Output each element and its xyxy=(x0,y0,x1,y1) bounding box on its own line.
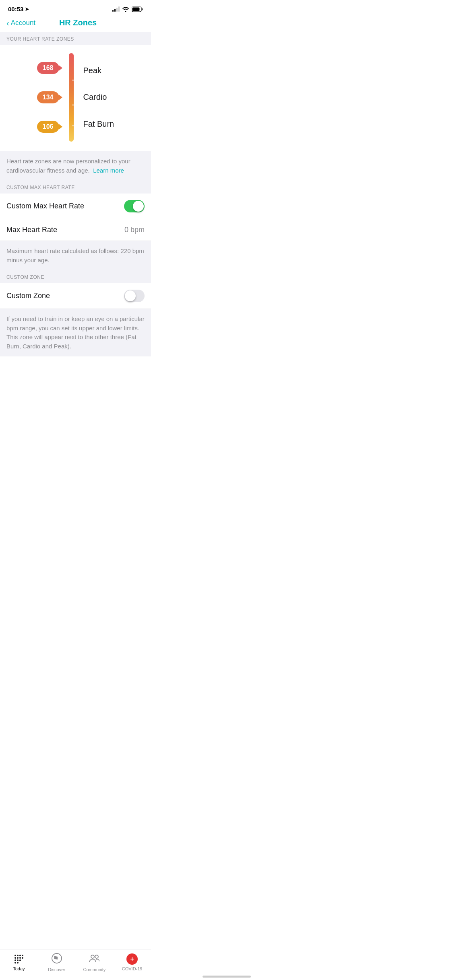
max-hr-description: Maximum heart rate calculated as follows… xyxy=(0,241,151,270)
max-hr-label: Max Heart Rate xyxy=(6,226,57,234)
zone-label-cardio: Cardio xyxy=(83,93,114,102)
custom-zone-description: If you need to train in or keep an eye o… xyxy=(0,309,151,356)
wifi-icon xyxy=(122,6,129,12)
signal-icon xyxy=(112,7,120,12)
page-title: HR Zones xyxy=(11,18,145,27)
bpm-badge-peak: 168 xyxy=(37,62,59,74)
custom-max-hr-label: Custom Max Heart Rate xyxy=(6,202,84,210)
peak-bpm-value: 168 xyxy=(37,62,59,74)
custom-max-hr-toggle[interactable] xyxy=(124,200,145,212)
hr-zones-section-header: YOUR HEART RATE ZONES xyxy=(0,32,151,45)
custom-zone-row: Custom Zone xyxy=(0,283,151,309)
hr-zones-info: Heart rate zones are now personalized to… xyxy=(0,151,151,181)
max-hr-value: 0 bpm xyxy=(124,226,145,234)
toggle-knob xyxy=(133,201,144,212)
svg-rect-2 xyxy=(132,7,140,11)
zone-labels: Peak Cardio Fat Burn xyxy=(83,53,114,142)
toggle-knob-custom xyxy=(125,290,136,301)
location-icon: ➤ xyxy=(25,6,29,12)
status-time: 00:53 ➤ xyxy=(8,6,29,12)
bpm-badge-cardio: 134 xyxy=(37,91,59,103)
hr-gradient-bar xyxy=(67,53,75,142)
custom-max-hr-section-header: CUSTOM MAX HEART RATE xyxy=(0,181,151,194)
hr-zones-chart: 168 134 106 xyxy=(0,45,151,151)
custom-zone-section-header: CUSTOM ZONE xyxy=(0,270,151,283)
learn-more-link[interactable]: Learn more xyxy=(93,167,124,174)
back-chevron-icon: ‹ xyxy=(6,19,9,27)
custom-max-hr-row: Custom Max Heart Rate xyxy=(0,194,151,219)
battery-icon xyxy=(132,6,143,12)
status-bar: 00:53 ➤ xyxy=(0,0,151,15)
bpm-badges: 168 134 106 xyxy=(37,53,59,142)
bpm-badge-fatburn: 106 xyxy=(37,121,59,133)
svg-rect-1 xyxy=(142,8,143,10)
zone-label-fatburn: Fat Burn xyxy=(83,119,114,129)
custom-zone-label: Custom Zone xyxy=(6,292,50,300)
fatburn-bpm-value: 106 xyxy=(37,121,59,133)
custom-zone-toggle[interactable] xyxy=(124,290,145,302)
status-icons xyxy=(112,6,143,12)
cardio-bpm-value: 134 xyxy=(37,91,59,103)
nav-header: ‹ Account HR Zones xyxy=(0,15,151,32)
zone-label-peak: Peak xyxy=(83,66,114,75)
max-hr-row[interactable]: Max Heart Rate 0 bpm xyxy=(0,219,151,241)
